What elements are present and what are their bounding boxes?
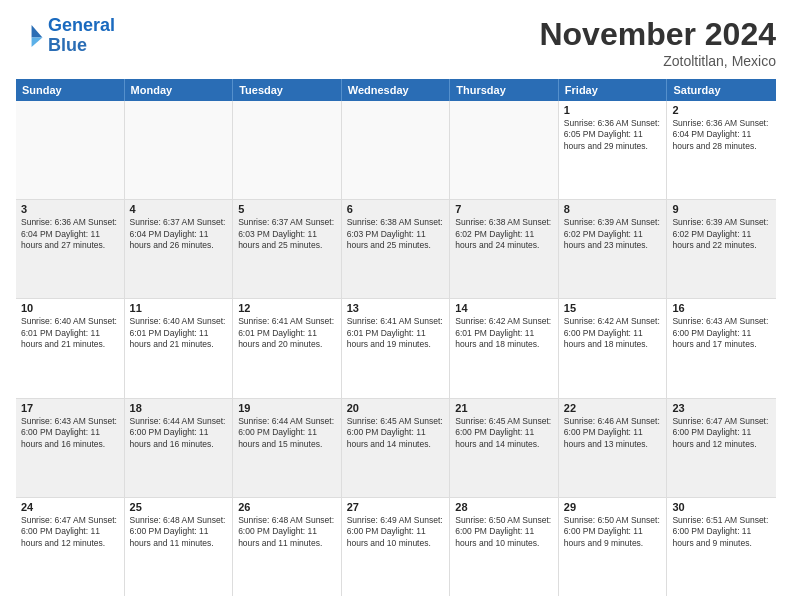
day-info: Sunrise: 6:47 AM Sunset: 6:00 PM Dayligh…: [672, 416, 771, 450]
cell-w5-d4: 28Sunrise: 6:50 AM Sunset: 6:00 PM Dayli…: [450, 498, 559, 596]
week-row-2: 3Sunrise: 6:36 AM Sunset: 6:04 PM Daylig…: [16, 200, 776, 299]
page: General Blue November 2024 Zotoltitlan, …: [0, 0, 792, 612]
day-info: Sunrise: 6:48 AM Sunset: 6:00 PM Dayligh…: [238, 515, 336, 549]
day-number: 1: [564, 104, 662, 116]
day-number: 7: [455, 203, 553, 215]
day-number: 15: [564, 302, 662, 314]
header: General Blue November 2024 Zotoltitlan, …: [16, 16, 776, 69]
day-number: 26: [238, 501, 336, 513]
month-title: November 2024: [539, 16, 776, 53]
day-info: Sunrise: 6:51 AM Sunset: 6:00 PM Dayligh…: [672, 515, 771, 549]
cell-w1-d5: 1Sunrise: 6:36 AM Sunset: 6:05 PM Daylig…: [559, 101, 668, 199]
day-number: 6: [347, 203, 445, 215]
day-number: 5: [238, 203, 336, 215]
calendar-header: Sunday Monday Tuesday Wednesday Thursday…: [16, 79, 776, 101]
cell-w5-d3: 27Sunrise: 6:49 AM Sunset: 6:00 PM Dayli…: [342, 498, 451, 596]
day-number: 10: [21, 302, 119, 314]
day-number: 18: [130, 402, 228, 414]
header-tuesday: Tuesday: [233, 79, 342, 101]
day-number: 22: [564, 402, 662, 414]
svg-marker-0: [32, 25, 43, 37]
header-saturday: Saturday: [667, 79, 776, 101]
day-info: Sunrise: 6:40 AM Sunset: 6:01 PM Dayligh…: [21, 316, 119, 350]
day-info: Sunrise: 6:42 AM Sunset: 6:01 PM Dayligh…: [455, 316, 553, 350]
cell-w4-d1: 18Sunrise: 6:44 AM Sunset: 6:00 PM Dayli…: [125, 399, 234, 497]
day-number: 25: [130, 501, 228, 513]
day-number: 9: [672, 203, 771, 215]
cell-w1-d6: 2Sunrise: 6:36 AM Sunset: 6:04 PM Daylig…: [667, 101, 776, 199]
logo: General Blue: [16, 16, 115, 56]
day-info: Sunrise: 6:37 AM Sunset: 6:04 PM Dayligh…: [130, 217, 228, 251]
cell-w4-d6: 23Sunrise: 6:47 AM Sunset: 6:00 PM Dayli…: [667, 399, 776, 497]
day-info: Sunrise: 6:42 AM Sunset: 6:00 PM Dayligh…: [564, 316, 662, 350]
day-info: Sunrise: 6:36 AM Sunset: 6:04 PM Dayligh…: [21, 217, 119, 251]
cell-w3-d5: 15Sunrise: 6:42 AM Sunset: 6:00 PM Dayli…: [559, 299, 668, 397]
calendar-body: 1Sunrise: 6:36 AM Sunset: 6:05 PM Daylig…: [16, 101, 776, 596]
day-info: Sunrise: 6:49 AM Sunset: 6:00 PM Dayligh…: [347, 515, 445, 549]
day-number: 21: [455, 402, 553, 414]
logo-line2: Blue: [48, 35, 87, 55]
cell-w3-d3: 13Sunrise: 6:41 AM Sunset: 6:01 PM Dayli…: [342, 299, 451, 397]
day-info: Sunrise: 6:44 AM Sunset: 6:00 PM Dayligh…: [238, 416, 336, 450]
day-info: Sunrise: 6:38 AM Sunset: 6:03 PM Dayligh…: [347, 217, 445, 251]
day-info: Sunrise: 6:44 AM Sunset: 6:00 PM Dayligh…: [130, 416, 228, 450]
day-info: Sunrise: 6:37 AM Sunset: 6:03 PM Dayligh…: [238, 217, 336, 251]
day-info: Sunrise: 6:48 AM Sunset: 6:00 PM Dayligh…: [130, 515, 228, 549]
cell-w4-d5: 22Sunrise: 6:46 AM Sunset: 6:00 PM Dayli…: [559, 399, 668, 497]
day-info: Sunrise: 6:43 AM Sunset: 6:00 PM Dayligh…: [21, 416, 119, 450]
day-number: 8: [564, 203, 662, 215]
header-thursday: Thursday: [450, 79, 559, 101]
day-number: 3: [21, 203, 119, 215]
day-number: 19: [238, 402, 336, 414]
cell-w1-d0: [16, 101, 125, 199]
day-number: 13: [347, 302, 445, 314]
day-number: 16: [672, 302, 771, 314]
cell-w5-d0: 24Sunrise: 6:47 AM Sunset: 6:00 PM Dayli…: [16, 498, 125, 596]
title-block: November 2024 Zotoltitlan, Mexico: [539, 16, 776, 69]
day-number: 4: [130, 203, 228, 215]
day-info: Sunrise: 6:40 AM Sunset: 6:01 PM Dayligh…: [130, 316, 228, 350]
cell-w4-d2: 19Sunrise: 6:44 AM Sunset: 6:00 PM Dayli…: [233, 399, 342, 497]
day-info: Sunrise: 6:39 AM Sunset: 6:02 PM Dayligh…: [672, 217, 771, 251]
day-number: 17: [21, 402, 119, 414]
day-number: 2: [672, 104, 771, 116]
subtitle: Zotoltitlan, Mexico: [539, 53, 776, 69]
header-friday: Friday: [559, 79, 668, 101]
cell-w4-d4: 21Sunrise: 6:45 AM Sunset: 6:00 PM Dayli…: [450, 399, 559, 497]
day-number: 29: [564, 501, 662, 513]
day-number: 24: [21, 501, 119, 513]
cell-w4-d3: 20Sunrise: 6:45 AM Sunset: 6:00 PM Dayli…: [342, 399, 451, 497]
cell-w5-d6: 30Sunrise: 6:51 AM Sunset: 6:00 PM Dayli…: [667, 498, 776, 596]
day-info: Sunrise: 6:39 AM Sunset: 6:02 PM Dayligh…: [564, 217, 662, 251]
day-info: Sunrise: 6:46 AM Sunset: 6:00 PM Dayligh…: [564, 416, 662, 450]
header-sunday: Sunday: [16, 79, 125, 101]
cell-w5-d1: 25Sunrise: 6:48 AM Sunset: 6:00 PM Dayli…: [125, 498, 234, 596]
cell-w1-d4: [450, 101, 559, 199]
day-info: Sunrise: 6:45 AM Sunset: 6:00 PM Dayligh…: [347, 416, 445, 450]
cell-w2-d1: 4Sunrise: 6:37 AM Sunset: 6:04 PM Daylig…: [125, 200, 234, 298]
week-row-1: 1Sunrise: 6:36 AM Sunset: 6:05 PM Daylig…: [16, 101, 776, 200]
day-info: Sunrise: 6:36 AM Sunset: 6:04 PM Dayligh…: [672, 118, 771, 152]
cell-w1-d3: [342, 101, 451, 199]
cell-w2-d5: 8Sunrise: 6:39 AM Sunset: 6:02 PM Daylig…: [559, 200, 668, 298]
cell-w3-d0: 10Sunrise: 6:40 AM Sunset: 6:01 PM Dayli…: [16, 299, 125, 397]
cell-w4-d0: 17Sunrise: 6:43 AM Sunset: 6:00 PM Dayli…: [16, 399, 125, 497]
day-number: 30: [672, 501, 771, 513]
logo-text: General Blue: [48, 16, 115, 56]
day-info: Sunrise: 6:38 AM Sunset: 6:02 PM Dayligh…: [455, 217, 553, 251]
day-info: Sunrise: 6:50 AM Sunset: 6:00 PM Dayligh…: [564, 515, 662, 549]
cell-w3-d4: 14Sunrise: 6:42 AM Sunset: 6:01 PM Dayli…: [450, 299, 559, 397]
cell-w2-d0: 3Sunrise: 6:36 AM Sunset: 6:04 PM Daylig…: [16, 200, 125, 298]
week-row-4: 17Sunrise: 6:43 AM Sunset: 6:00 PM Dayli…: [16, 399, 776, 498]
cell-w5-d2: 26Sunrise: 6:48 AM Sunset: 6:00 PM Dayli…: [233, 498, 342, 596]
svg-marker-1: [32, 37, 43, 46]
cell-w3-d6: 16Sunrise: 6:43 AM Sunset: 6:00 PM Dayli…: [667, 299, 776, 397]
cell-w2-d4: 7Sunrise: 6:38 AM Sunset: 6:02 PM Daylig…: [450, 200, 559, 298]
week-row-5: 24Sunrise: 6:47 AM Sunset: 6:00 PM Dayli…: [16, 498, 776, 596]
cell-w3-d1: 11Sunrise: 6:40 AM Sunset: 6:01 PM Dayli…: [125, 299, 234, 397]
day-number: 20: [347, 402, 445, 414]
week-row-3: 10Sunrise: 6:40 AM Sunset: 6:01 PM Dayli…: [16, 299, 776, 398]
cell-w5-d5: 29Sunrise: 6:50 AM Sunset: 6:00 PM Dayli…: [559, 498, 668, 596]
cell-w2-d6: 9Sunrise: 6:39 AM Sunset: 6:02 PM Daylig…: [667, 200, 776, 298]
header-monday: Monday: [125, 79, 234, 101]
